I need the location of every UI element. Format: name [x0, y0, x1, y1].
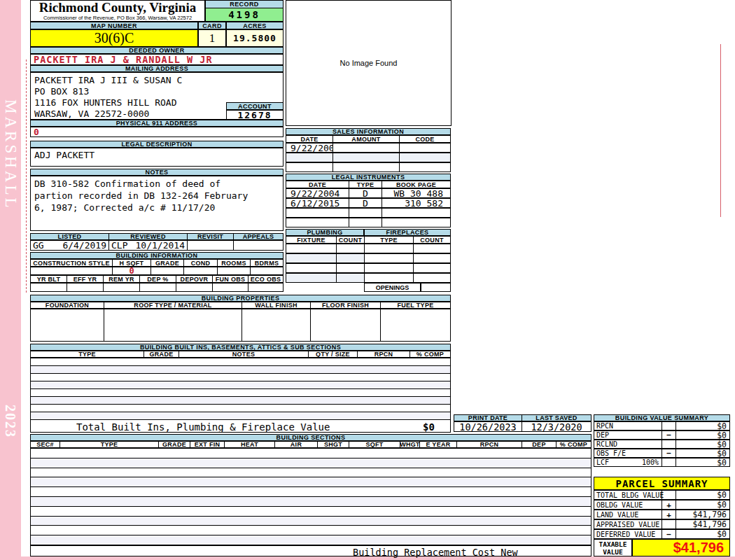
col-construction-style: CONSTRUCTION STYLE: [31, 260, 113, 266]
built-ins-title: BUILDING BUILT INS, BASEMENTS, ATTICS & …: [30, 344, 451, 351]
bvs-value: $0: [676, 440, 729, 448]
parcel-row: TOTAL BLDG VALUE $0: [594, 490, 730, 500]
parcel-row: DEFERRED VALUE − $0: [594, 529, 730, 539]
parcel-op: +: [662, 500, 676, 509]
mailing-line: PACKETT IRA J III & SUSAN C: [34, 75, 283, 86]
built-ins-total-value: $0: [423, 421, 435, 433]
col-fuel-type: FUEL TYPE: [381, 302, 450, 308]
plumbing-fireplaces-row: [286, 263, 451, 273]
print-info-headers: PRINT DATE LAST SAVED: [454, 414, 592, 421]
print-info-values: 10/26/2023 12/3/2020: [454, 421, 592, 432]
bvs-row: DEP − $0: [594, 430, 730, 440]
bvs-op: −: [662, 431, 676, 439]
sales-code: [400, 144, 450, 152]
reviewed-date: 10/1/2014: [136, 241, 185, 250]
col-sec: SEC#: [31, 442, 60, 447]
account-label: ACCOUNT: [226, 102, 284, 110]
plumbing-title: PLUMBING: [286, 229, 364, 236]
county-header-box: Richmond County, Virginia Commissioner o…: [30, 0, 205, 22]
instrument-row: 9/22/2004 D WB 30 488: [286, 188, 451, 198]
col-bi-notes: NOTES: [179, 351, 309, 357]
col-rem-yr: REM YR: [104, 276, 140, 282]
parcel-label: TOTAL BLDG VALUE: [594, 491, 662, 499]
sales-row: 9/22/2004: [286, 143, 451, 153]
building-info-values-top: 0: [30, 267, 284, 275]
building-value-summary-title: BUILDING VALUE SUMMARY: [594, 414, 730, 421]
listed-date: 6/4/2019: [62, 241, 106, 250]
col-roof: ROOF TYPE / MATERIAL: [104, 302, 242, 308]
bvs-label: OBS F/E: [596, 449, 626, 457]
print-date-label: PRINT DATE: [454, 415, 522, 421]
col-comp: % COMP: [556, 442, 591, 447]
col-eco-obs: ECO OBS: [248, 276, 283, 282]
fireplaces-col-type: TYPE: [365, 237, 414, 243]
bvs-label: RCLND: [596, 440, 617, 448]
instr-bookpage: WB 30 488: [382, 189, 450, 197]
col-eyear: E YEAR: [420, 442, 457, 447]
review-values: GG 6/4/2019 CLP 10/1/2014: [30, 240, 284, 251]
fireplaces-title: FIREPLACES: [364, 229, 451, 236]
account-value: 12678: [226, 110, 284, 120]
bvs-row: RCLND $0: [594, 440, 730, 449]
col-shgt: SHGT: [318, 442, 349, 447]
notes-line: DB 310-582 Confirmation of deed of: [34, 178, 283, 190]
legal-description-label: LEGAL DESCRIPTION: [30, 141, 284, 148]
col-bi-grade: GRADE: [144, 351, 179, 357]
bvs-row: LCF100% $0: [594, 458, 730, 467]
bvs-op: [662, 422, 676, 430]
h-sqft-value: 0: [113, 267, 151, 274]
sales-column-headers: DATE AMOUNT CODE: [286, 135, 451, 143]
instr-date: 9/22/2004: [286, 189, 349, 197]
col-bi-type: TYPE: [31, 351, 144, 357]
col-grade: GRADE: [159, 442, 190, 447]
plumbing-col-count: COUNT: [337, 237, 365, 243]
bvs-row: OBS F/E − $0: [594, 449, 730, 458]
parcel-label: APPRAISED VALUE: [594, 520, 662, 528]
col-eff-yr: EFF YR: [67, 276, 104, 282]
parcel-op: +: [662, 510, 676, 519]
building-info-title: BUILDING INFORMATION: [30, 252, 284, 259]
building-properties-title: BUILDING PROPERTIES: [30, 295, 451, 302]
col-floor-finish: FLOOR FINISH: [311, 302, 381, 308]
col-depovr: DEPOVR: [176, 276, 213, 282]
building-sections-title: BUILDING SECTIONS: [30, 434, 592, 441]
col-dep: DEP: [522, 442, 556, 447]
instruments-column-headers: DATE TYPE BOOK PAGE: [286, 181, 451, 188]
building-info-headers-top: CONSTRUCTION STYLE H SQFT GRADE COND ROO…: [30, 259, 284, 267]
parcel-label: DEFERRED VALUE: [594, 530, 662, 538]
map-number-label: MAP NUMBER: [30, 22, 198, 29]
bvs-lcf-pct: 100%: [642, 458, 659, 466]
property-record-card-page: MARSHALL 2023 Richmond County, Virginia …: [0, 0, 735, 560]
bvs-row: RPCN $0: [594, 421, 730, 430]
parcel-value: $0: [676, 500, 729, 509]
left-margin-strip: [0, 0, 21, 560]
col-heat: HEAT: [225, 442, 275, 447]
bvs-label: DEP: [596, 431, 609, 439]
instr-col-date: DATE: [286, 181, 349, 188]
instrument-row-empty: [286, 208, 451, 218]
instr-type: D: [349, 189, 382, 197]
instr-col-bookpage: BOOK PAGE: [382, 181, 450, 188]
bvs-op: −: [662, 449, 676, 457]
notes-label: NOTES: [30, 169, 284, 176]
col-dep-pct: DEP %: [140, 276, 176, 282]
plumbing-fireplaces-row: [286, 253, 451, 263]
parcel-summary-title: PARCEL SUMMARY: [594, 477, 730, 490]
plumbing-fireplaces-row: [286, 244, 451, 253]
map-number-value: 30(6)C: [30, 29, 198, 47]
notes-box: DB 310-582 Confirmation of deed of parti…: [30, 176, 284, 231]
card-label: CARD: [198, 22, 226, 29]
building-sections-empty-rows: [30, 448, 592, 545]
revisit-value: [188, 241, 234, 250]
building-info-values-bottom: [30, 283, 284, 292]
last-saved-label: LAST SAVED: [522, 415, 591, 421]
acres-label: ACRES: [226, 22, 284, 29]
instr-type: D: [349, 199, 382, 207]
county-title: Richmond County, Virginia: [31, 1, 204, 15]
no-image-text: No Image Found: [340, 59, 398, 67]
parcel-label: LAND VALUE: [594, 510, 662, 519]
built-ins-total-label: Total Built Ins, Plumbing & Fireplace Va…: [76, 421, 330, 433]
openings-value: [421, 283, 451, 292]
physical-911-value: 0: [30, 127, 284, 137]
plumbing-fireplaces-headers: FIXTURE COUNT TYPE COUNT: [286, 236, 451, 244]
